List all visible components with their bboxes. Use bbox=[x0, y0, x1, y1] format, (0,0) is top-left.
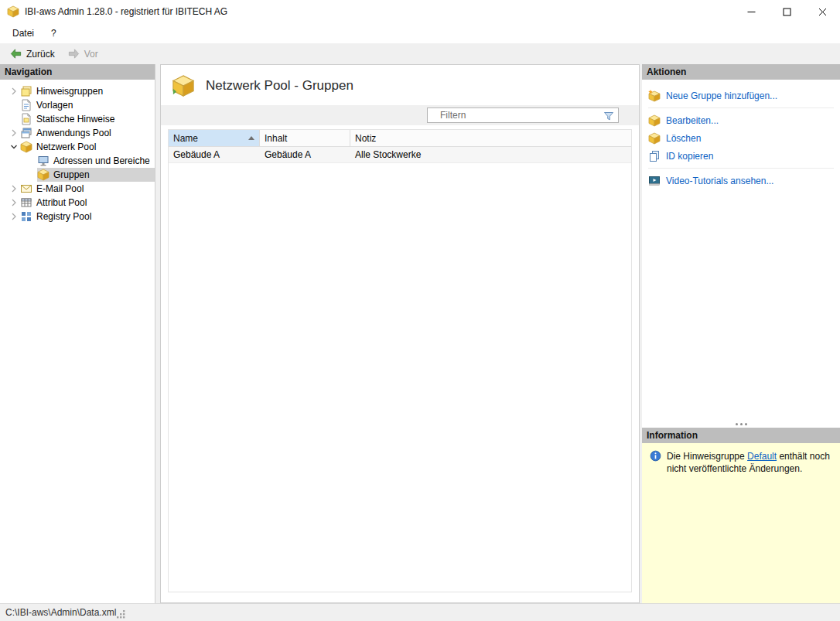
tree-item-label: Vorlagen bbox=[36, 100, 73, 111]
filter-bar bbox=[161, 105, 639, 125]
tree-item-anwendungs-pool[interactable]: Anwendungs Pool bbox=[0, 126, 155, 140]
email-pool-icon bbox=[20, 183, 32, 195]
maximize-button[interactable] bbox=[769, 0, 804, 23]
edit-icon bbox=[648, 114, 661, 127]
forward-button[interactable]: Vor bbox=[62, 45, 104, 63]
tree-item-netzwerk-pool[interactable]: Netzwerk Pool bbox=[0, 140, 155, 154]
column-header-name[interactable]: Name bbox=[169, 130, 260, 146]
add-group-icon bbox=[648, 90, 661, 102]
expander-spacer bbox=[8, 113, 20, 125]
tree-item-label: Attribut Pool bbox=[36, 197, 87, 208]
application-pool-icon bbox=[20, 127, 32, 139]
tree-item-attribut-pool[interactable]: Attribut Pool bbox=[0, 196, 155, 210]
addresses-icon bbox=[37, 155, 50, 167]
resize-grip-icon[interactable] bbox=[116, 609, 126, 619]
delete-icon bbox=[648, 132, 661, 145]
chevron-right-icon[interactable] bbox=[8, 85, 20, 97]
chevron-right-icon[interactable] bbox=[8, 196, 20, 209]
hint-groups-icon bbox=[20, 85, 32, 97]
app-icon bbox=[7, 5, 19, 18]
back-icon bbox=[9, 47, 22, 60]
action-label: Neue Gruppe hinzufügen... bbox=[666, 90, 777, 101]
network-pool-page-icon bbox=[172, 74, 195, 97]
menu-help[interactable]: ? bbox=[43, 24, 65, 43]
main-panel: Netzwerk Pool - Gruppen Name Inhalt Noti… bbox=[160, 64, 640, 603]
default-group-link[interactable]: Default bbox=[747, 451, 777, 462]
menubar: Datei ? bbox=[0, 23, 840, 43]
chevron-down-icon[interactable] bbox=[8, 141, 20, 153]
action-label: ID kopieren bbox=[666, 151, 713, 162]
filter-box bbox=[427, 107, 619, 123]
chevron-right-icon[interactable] bbox=[8, 127, 20, 139]
navigation-tree: Hinweisgruppen Vorlagen Statische Hinwei… bbox=[0, 80, 155, 223]
tree-item-label: Registry Pool bbox=[36, 211, 91, 222]
action-video-tutorials[interactable]: Video-Tutorials ansehen... bbox=[648, 172, 834, 189]
separator bbox=[648, 168, 834, 169]
tree-item-label: Statische Hinweise bbox=[36, 114, 114, 125]
tree-item-email-pool[interactable]: E-Mail Pool bbox=[0, 182, 155, 196]
filter-icon[interactable] bbox=[603, 110, 615, 122]
static-hint-icon bbox=[20, 113, 32, 125]
information-header: Information bbox=[642, 428, 840, 443]
actions-panel: Aktionen Neue Gruppe hinzufügen... Bearb… bbox=[642, 64, 840, 428]
back-label: Zurück bbox=[26, 49, 55, 60]
column-header-notiz[interactable]: Notiz bbox=[350, 130, 631, 146]
titlebar: IBI-aws Admin 1.28.0 - registriert für I… bbox=[0, 0, 840, 23]
groups-icon bbox=[37, 169, 50, 181]
template-icon bbox=[20, 99, 32, 111]
sort-asc-icon bbox=[248, 136, 254, 140]
navigation-panel: Navigation Hinweisgruppen Vorlagen Stati… bbox=[0, 64, 155, 603]
window-title: IBI-aws Admin 1.28.0 - registriert für I… bbox=[25, 6, 733, 17]
menu-datei[interactable]: Datei bbox=[4, 24, 43, 43]
video-icon bbox=[648, 175, 661, 187]
action-copy-id[interactable]: ID kopieren bbox=[648, 147, 834, 165]
forward-label: Vor bbox=[84, 49, 98, 60]
groups-table: Name Inhalt Notiz Gebäude A Gebäude A Al… bbox=[168, 129, 632, 592]
column-header-label: Inhalt bbox=[265, 133, 287, 144]
tree-item-registry-pool[interactable]: Registry Pool bbox=[0, 210, 155, 223]
cell-notiz: Alle Stockwerke bbox=[350, 147, 631, 162]
splitter-grip[interactable] bbox=[642, 420, 840, 428]
chevron-right-icon[interactable] bbox=[8, 183, 20, 195]
table-row[interactable]: Gebäude A Gebäude A Alle Stockwerke bbox=[169, 147, 631, 163]
tree-item-vorlagen[interactable]: Vorlagen bbox=[0, 98, 155, 112]
column-header-inhalt[interactable]: Inhalt bbox=[260, 130, 350, 146]
column-header-label: Notiz bbox=[355, 133, 376, 144]
registry-pool-icon bbox=[20, 210, 32, 223]
close-button[interactable] bbox=[804, 0, 840, 23]
action-label: Löschen bbox=[666, 133, 701, 144]
tree-item-adressen-und-bereiche[interactable]: Adressen und Bereiche bbox=[0, 154, 155, 168]
tree-item-hinweisgruppen[interactable]: Hinweisgruppen bbox=[0, 84, 155, 98]
filter-input[interactable] bbox=[428, 108, 618, 122]
minimize-button[interactable] bbox=[733, 0, 769, 23]
actions-header: Aktionen bbox=[642, 64, 840, 80]
tree-item-gruppen[interactable]: Gruppen bbox=[0, 168, 155, 182]
network-pool-icon bbox=[20, 141, 32, 153]
cell-inhalt: Gebäude A bbox=[260, 147, 350, 162]
action-label: Video-Tutorials ansehen... bbox=[666, 176, 773, 186]
forward-icon bbox=[67, 47, 80, 60]
information-message: Die Hinweisgruppe Default enthält noch n… bbox=[667, 450, 832, 475]
expander-spacer bbox=[8, 99, 20, 111]
action-edit[interactable]: Bearbeiten... bbox=[648, 111, 834, 129]
navigation-header: Navigation bbox=[0, 64, 155, 80]
action-delete[interactable]: Löschen bbox=[648, 129, 834, 147]
attribute-pool-icon bbox=[20, 196, 32, 209]
actions-list: Neue Gruppe hinzufügen... Bearbeiten... … bbox=[642, 80, 840, 189]
column-header-label: Name bbox=[173, 133, 198, 144]
main-header: Netzwerk Pool - Gruppen bbox=[161, 65, 639, 105]
table-header-row: Name Inhalt Notiz bbox=[169, 130, 631, 147]
separator bbox=[648, 107, 834, 108]
chevron-right-icon[interactable] bbox=[8, 210, 20, 223]
back-button[interactable]: Zurück bbox=[4, 45, 60, 63]
tree-item-statische-hinweise[interactable]: Statische Hinweise bbox=[0, 112, 155, 126]
action-add-group[interactable]: Neue Gruppe hinzufügen... bbox=[648, 87, 834, 104]
statusbar: C:\IBI-aws\Admin\Data.xml bbox=[0, 603, 840, 621]
toolbar: Zurück Vor bbox=[0, 43, 840, 64]
copy-icon bbox=[648, 150, 661, 162]
tree-item-label: Gruppen bbox=[53, 169, 90, 180]
tree-item-label: E-Mail Pool bbox=[36, 183, 84, 194]
page-title: Netzwerk Pool - Gruppen bbox=[206, 78, 353, 94]
information-body: Die Hinweisgruppe Default enthält noch n… bbox=[642, 443, 840, 603]
table-empty-area bbox=[169, 163, 631, 592]
